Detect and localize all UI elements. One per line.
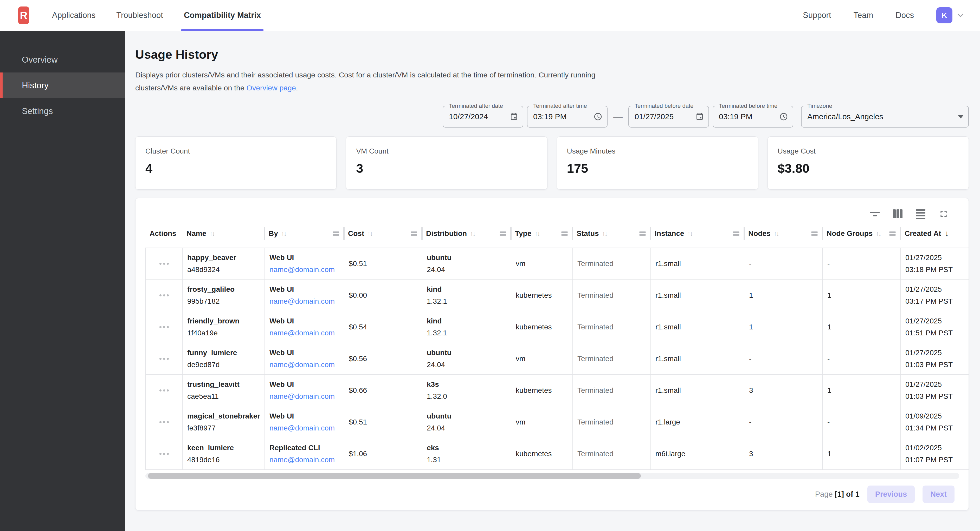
- field-label: Terminated after date: [447, 103, 505, 109]
- sort-desc-icon[interactable]: ↓: [945, 229, 949, 238]
- column-menu-icon[interactable]: [889, 231, 896, 236]
- column-header-status[interactable]: Status↑↓: [573, 220, 651, 247]
- created-at-cell: 01/09/202501:34 PM PST: [900, 406, 969, 438]
- table-row[interactable]: frosty_galileo995b7182 Web UIname@domain…: [145, 279, 969, 311]
- sort-icon[interactable]: ↑↓: [602, 230, 607, 238]
- nav-item-support[interactable]: Support: [803, 11, 831, 20]
- page-title: Usage History: [135, 47, 969, 62]
- next-page-button[interactable]: Next: [923, 485, 955, 503]
- table-row[interactable]: keen_lumiere4819de16 Replicated CLIname@…: [145, 438, 969, 470]
- clock-icon[interactable]: [779, 112, 788, 121]
- previous-page-button[interactable]: Previous: [867, 485, 915, 503]
- nav-item-docs[interactable]: Docs: [896, 11, 914, 20]
- email-link[interactable]: name@domain.com: [269, 361, 344, 369]
- column-menu-icon[interactable]: [561, 231, 568, 236]
- sidebar-item-overview[interactable]: Overview: [0, 47, 125, 73]
- terminated-after-date-field[interactable]: Terminated after date 10/27/2024: [443, 106, 523, 128]
- table-row[interactable]: funny_lumierede9ed87d Web UIname@domain.…: [145, 343, 969, 375]
- email-link[interactable]: name@domain.com: [269, 297, 344, 306]
- fullscreen-icon[interactable]: [938, 208, 949, 220]
- column-header-created-at[interactable]: Created At↓: [900, 220, 969, 247]
- sort-icon[interactable]: ↑↓: [367, 230, 372, 238]
- node-groups-cell: 1: [822, 279, 900, 311]
- horizontal-scrollbar-thumb[interactable]: [148, 473, 641, 479]
- cost-cell: $0.66: [344, 375, 422, 406]
- more-actions-icon[interactable]: [159, 294, 162, 296]
- sort-icon[interactable]: ↑↓: [876, 230, 881, 238]
- row-actions-cell[interactable]: [146, 438, 183, 469]
- calendar-icon[interactable]: [510, 113, 518, 121]
- column-header-by[interactable]: By↑↓: [264, 220, 344, 247]
- column-menu-icon[interactable]: [500, 231, 506, 236]
- column-header-name[interactable]: Name↑↓: [182, 220, 264, 247]
- status-cell: Terminated: [573, 311, 651, 342]
- more-actions-icon[interactable]: [159, 263, 162, 265]
- row-actions-cell[interactable]: [146, 311, 183, 342]
- node-groups-cell: 1: [822, 311, 900, 342]
- column-menu-icon[interactable]: [410, 231, 417, 236]
- email-link[interactable]: name@domain.com: [269, 392, 344, 401]
- email-link[interactable]: name@domain.com: [269, 329, 344, 337]
- sort-icon[interactable]: ↑↓: [209, 230, 214, 238]
- email-link[interactable]: name@domain.com: [269, 424, 344, 432]
- more-actions-icon[interactable]: [159, 326, 162, 328]
- nav-item-team[interactable]: Team: [854, 11, 873, 20]
- column-header-type[interactable]: Type↑↓: [511, 220, 573, 247]
- instance-cell: r1.large: [651, 406, 745, 438]
- table-row[interactable]: magical_stonebrakerfe3f8977 Web UIname@d…: [145, 406, 969, 438]
- table-row[interactable]: trusting_leavittcae5ea11 Web UIname@doma…: [145, 375, 969, 406]
- email-link[interactable]: name@domain.com: [269, 456, 344, 464]
- calendar-icon[interactable]: [695, 113, 704, 121]
- row-actions-cell[interactable]: [146, 279, 183, 311]
- column-header-nodes[interactable]: Nodes↑↓: [744, 220, 822, 247]
- table-row[interactable]: happy_beavera48d9324 Web UIname@domain.c…: [145, 248, 969, 279]
- column-menu-icon[interactable]: [733, 231, 740, 236]
- email-link[interactable]: name@domain.com: [269, 265, 344, 274]
- column-menu-icon[interactable]: [332, 231, 339, 236]
- row-actions-cell[interactable]: [146, 406, 183, 438]
- nav-item-compatibility-matrix[interactable]: Compatibility Matrix: [184, 0, 261, 31]
- clock-icon[interactable]: [593, 112, 602, 121]
- overview-page-link[interactable]: Overview page: [247, 84, 296, 92]
- sort-icon[interactable]: ↑↓: [774, 230, 779, 238]
- density-icon[interactable]: [915, 208, 926, 220]
- horizontal-scrollbar-track[interactable]: [145, 473, 959, 479]
- cost-cell: $0.51: [344, 406, 422, 438]
- terminated-before-time-field[interactable]: Terminated before time 03:19 PM: [713, 106, 793, 128]
- column-menu-icon[interactable]: [639, 231, 646, 236]
- row-actions-cell[interactable]: [146, 343, 183, 374]
- table-header-row: Actions Name↑↓ By↑↓ Cost↑↓ Distribution↑…: [145, 220, 969, 247]
- sort-icon[interactable]: ↑↓: [281, 230, 286, 238]
- terminated-before-date-field[interactable]: Terminated before date 01/27/2025: [628, 106, 709, 128]
- usage-table-card: Actions Name↑↓ By↑↓ Cost↑↓ Distribution↑…: [135, 198, 969, 510]
- sort-icon[interactable]: ↑↓: [470, 230, 475, 238]
- table-row[interactable]: friendly_brown1f40a19e Web UIname@domain…: [145, 311, 969, 343]
- avatar[interactable]: K: [936, 7, 953, 24]
- chevron-down-icon: [956, 10, 966, 20]
- account-menu[interactable]: K: [936, 7, 966, 24]
- column-header-cost[interactable]: Cost↑↓: [344, 220, 422, 247]
- column-header-node-groups[interactable]: Node Groups↑↓: [822, 220, 900, 247]
- distribution-cell: ubuntu24.04: [422, 406, 511, 438]
- terminated-after-time-field[interactable]: Terminated after time 03:19 PM: [527, 106, 608, 128]
- columns-icon[interactable]: [892, 208, 904, 220]
- filter-icon[interactable]: [869, 208, 881, 220]
- sort-icon[interactable]: ↑↓: [687, 230, 692, 238]
- sidebar-item-history[interactable]: History: [0, 73, 125, 98]
- column-header-instance[interactable]: Instance↑↓: [651, 220, 744, 247]
- more-actions-icon[interactable]: [159, 421, 162, 423]
- column-menu-icon[interactable]: [811, 231, 818, 236]
- more-actions-icon[interactable]: [159, 453, 162, 455]
- timezone-select[interactable]: Timezone America/Los_Angeles: [801, 106, 969, 128]
- row-actions-cell[interactable]: [146, 248, 183, 279]
- sidebar-item-settings[interactable]: Settings: [0, 98, 125, 124]
- replicated-logo[interactable]: R: [18, 6, 29, 24]
- cost-cell: $0.56: [344, 343, 422, 374]
- sort-icon[interactable]: ↑↓: [535, 230, 539, 238]
- more-actions-icon[interactable]: [159, 390, 162, 392]
- more-actions-icon[interactable]: [159, 358, 162, 360]
- nav-item-applications[interactable]: Applications: [52, 0, 95, 31]
- nav-item-troubleshoot[interactable]: Troubleshoot: [116, 0, 163, 31]
- column-header-distribution[interactable]: Distribution↑↓: [422, 220, 511, 247]
- row-actions-cell[interactable]: [146, 375, 183, 406]
